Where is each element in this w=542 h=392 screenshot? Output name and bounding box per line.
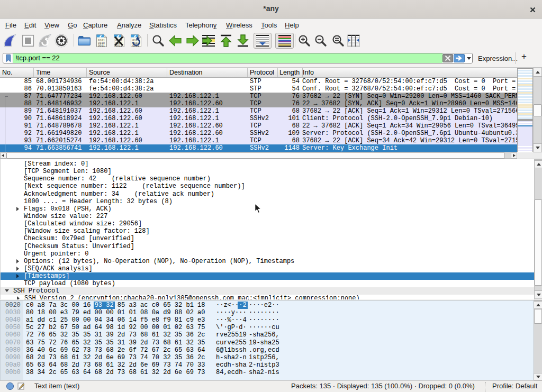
svg-text:0011: 0011 [98,44,105,48]
